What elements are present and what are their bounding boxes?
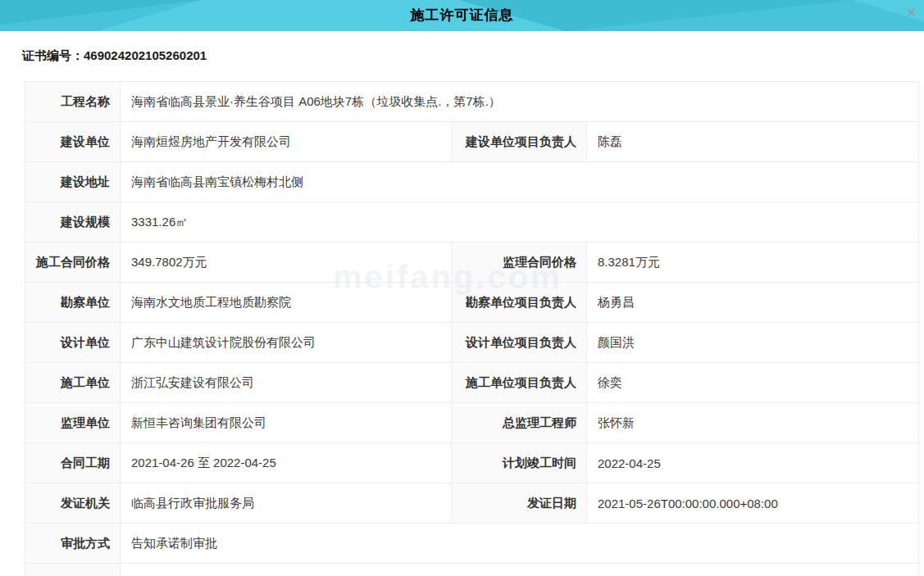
table-row-contract-period: 合同工期 2021-04-26 至 2022-04-25 计划竣工时间 2022… [25, 443, 919, 483]
permit-info-modal: 施工许可证信息 × 证书编号：469024202105260201 meifan… [0, 0, 924, 576]
table-row-supervision-unit: 监理单位 新恒丰咨询集团有限公司 总监理工程师 张怀新 [25, 403, 919, 443]
field-value: 8.3281万元 [587, 243, 919, 283]
table-row-construction-unit: 建设单位 海南烜煜房地产开发有限公司 建设单位项目负责人 陈磊 [25, 122, 919, 162]
field-value: 广东中山建筑设计院股份有限公司 [121, 323, 452, 363]
field-label: 建设单位项目负责人 [452, 122, 587, 162]
permit-info-table: 工程名称 海南省临高县景业·养生谷项目 A06地块7栋（垃圾收集点.，第7栋.）… [25, 81, 919, 576]
table-row-design-unit: 设计单位 广东中山建筑设计院股份有限公司 设计单位项目负责人 颜国洪 [25, 323, 919, 363]
table-row-issuing-authority: 发证机关 临高县行政审批服务局 发证日期 2021-05-26T00:00:00… [25, 483, 919, 524]
field-label: 工程名称 [25, 82, 121, 122]
field-label: 总监理工程师 [452, 403, 587, 443]
field-value: 海南烜煜房地产开发有限公司 [121, 122, 452, 162]
table-row-construction-scale: 建设规模 3331.26㎡ [25, 202, 919, 243]
table-row-project-name: 工程名称 海南省临高县景业·养生谷项目 A06地块7栋（垃圾收集点.，第7栋.） [25, 82, 919, 122]
field-value: 3331.26㎡ [121, 202, 919, 243]
table-row-contract-price: 施工合同价格 349.7802万元 监理合同价格 8.3281万元 [25, 243, 919, 283]
field-value: 2021-05-26T00:00:00.000+08:00 [587, 483, 919, 524]
field-value: 新恒丰咨询集团有限公司 [121, 403, 452, 443]
table-row-approval-method: 审批方式 告知承诺制审批 [25, 524, 919, 564]
field-value: 2021-04-26 至 2022-04-25 [121, 443, 452, 483]
field-label: 合同工期 [25, 443, 121, 483]
modal-header: 施工许可证信息 × [0, 0, 924, 31]
table-row-construction-address: 建设地址 海南省临高县南宝镇松梅村北侧 [25, 162, 919, 202]
field-label: 审批方式 [25, 524, 121, 564]
modal-title: 施工许可证信息 [0, 0, 924, 31]
field-label: 建设地址 [25, 162, 121, 202]
field-value: 浙江弘安建设有限公司 [121, 363, 452, 403]
field-label: 计划竣工时间 [452, 443, 587, 483]
field-label: 施工单位项目负责人 [452, 363, 587, 403]
table-row-survey-unit: 勘察单位 海南水文地质工程地质勘察院 勘察单位项目负责人 杨勇昌 [25, 283, 919, 323]
close-icon[interactable]: × [903, 3, 921, 21]
field-value: 临高县行政审批服务局 [121, 483, 452, 524]
field-value: 海南水文地质工程地质勘察院 [121, 283, 452, 323]
field-label: 发证日期 [452, 483, 587, 524]
field-value: 杨勇昌 [587, 283, 919, 323]
field-value [121, 564, 919, 576]
field-value: 颜国洪 [587, 323, 919, 363]
field-label: 施工合同价格 [25, 243, 121, 283]
field-value: 陈磊 [587, 122, 919, 162]
field-label: 设计单位 [25, 323, 121, 363]
field-label: 施工单位 [25, 363, 121, 403]
field-value: 告知承诺制审批 [121, 524, 919, 564]
field-label [25, 564, 121, 576]
field-label: 建设单位 [25, 122, 121, 162]
field-label: 建设规模 [25, 202, 121, 243]
field-value: 徐奕 [587, 363, 919, 403]
field-label: 勘察单位项目负责人 [452, 283, 587, 323]
field-label: 监理合同价格 [452, 243, 587, 283]
field-value: 2022-04-25 [587, 443, 919, 483]
field-value: 海南省临高县南宝镇松梅村北侧 [121, 162, 919, 202]
field-value: 张怀新 [587, 403, 919, 443]
field-value: 349.7802万元 [121, 243, 452, 283]
table-row-partial [25, 564, 919, 576]
field-label: 发证机关 [25, 483, 121, 524]
field-label: 监理单位 [25, 403, 121, 443]
certificate-number: 证书编号：469024202105260201 [22, 48, 924, 64]
field-value: 海南省临高县景业·养生谷项目 A06地块7栋（垃圾收集点.，第7栋.） [121, 82, 919, 122]
field-label: 设计单位项目负责人 [452, 323, 587, 363]
table-row-builder-unit: 施工单位 浙江弘安建设有限公司 施工单位项目负责人 徐奕 [25, 363, 919, 403]
field-label: 勘察单位 [25, 283, 121, 323]
